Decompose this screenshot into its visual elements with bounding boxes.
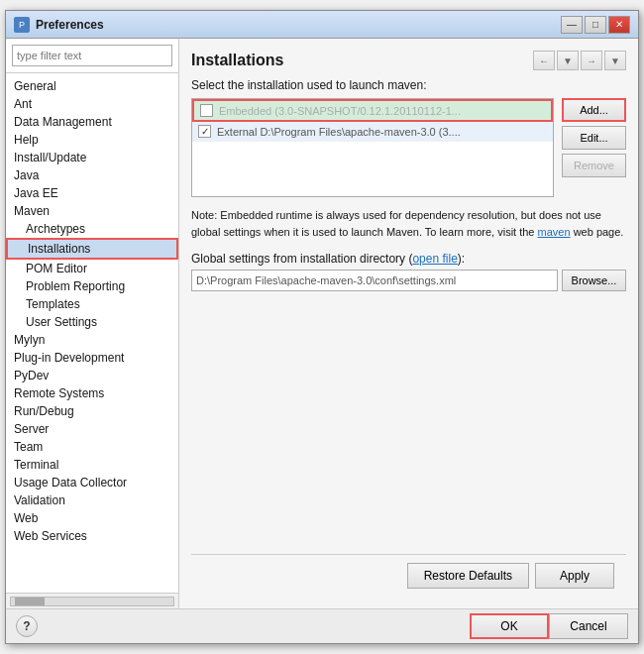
main-title: Installations bbox=[191, 52, 283, 69]
global-label: Global settings from installation direct… bbox=[191, 252, 626, 266]
installations-panel: Embedded (3.0-SNAPSHOT/0.12.1.20110112-1… bbox=[191, 98, 626, 197]
sidebar-item-user-settings[interactable]: User Settings bbox=[6, 313, 178, 331]
window-icon: P bbox=[14, 17, 30, 33]
main-panel: Installations ← ▼ → ▼ Select the install… bbox=[179, 39, 638, 608]
remove-button[interactable]: Remove bbox=[562, 154, 626, 177]
window-controls: — □ ✕ bbox=[561, 16, 630, 34]
sidebar-item-archetypes[interactable]: Archetypes bbox=[6, 220, 178, 238]
maximize-button[interactable]: □ bbox=[585, 16, 606, 34]
sidebar-item-install-update[interactable]: Install/Update bbox=[6, 149, 178, 166]
back-dropdown[interactable]: ▼ bbox=[557, 51, 579, 70]
select-label: Select the installation used to launch m… bbox=[191, 78, 626, 92]
bottom-action-bar: Restore Defaults Apply bbox=[191, 554, 626, 597]
install-row-embedded[interactable]: Embedded (3.0-SNAPSHOT/0.12.1.20110112-1… bbox=[192, 99, 553, 122]
sidebar-item-server[interactable]: Server bbox=[6, 420, 178, 438]
sidebar-item-data-mgmt[interactable]: Data Management bbox=[6, 113, 178, 131]
note-box: Note: Embedded runtime is always used fo… bbox=[191, 207, 626, 240]
sidebar-item-templates[interactable]: Templates bbox=[6, 295, 178, 313]
sidebar-item-pydev[interactable]: PyDev bbox=[6, 367, 178, 384]
install-checkbox-external[interactable]: ✓ bbox=[198, 125, 211, 138]
install-label-external: External D:\Program Files\apache-maven-3… bbox=[217, 126, 461, 138]
sidebar-item-run-debug[interactable]: Run/Debug bbox=[6, 402, 178, 420]
edit-button[interactable]: Edit... bbox=[562, 126, 626, 150]
back-button[interactable]: ← bbox=[533, 51, 555, 70]
sidebar-item-java[interactable]: Java bbox=[6, 166, 178, 184]
sidebar-item-java-ee[interactable]: Java EE bbox=[6, 184, 178, 202]
sidebar-item-web-services[interactable]: Web Services bbox=[6, 527, 178, 545]
sidebar-item-mylyn[interactable]: Mylyn bbox=[6, 331, 178, 349]
global-settings-row: Browse... bbox=[191, 270, 626, 291]
main-header: Installations ← ▼ → ▼ bbox=[191, 51, 626, 70]
window-title: Preferences bbox=[36, 18, 561, 32]
scrollbar-thumb bbox=[15, 598, 45, 605]
sidebar-item-terminal[interactable]: Terminal bbox=[6, 456, 178, 474]
install-list: Embedded (3.0-SNAPSHOT/0.12.1.20110112-1… bbox=[191, 98, 554, 197]
restore-defaults-button[interactable]: Restore Defaults bbox=[407, 563, 529, 589]
ok-button[interactable]: OK bbox=[470, 613, 549, 639]
browse-button[interactable]: Browse... bbox=[562, 270, 626, 291]
help-button[interactable]: ? bbox=[16, 615, 38, 637]
filter-input[interactable] bbox=[12, 45, 172, 66]
sidebar-item-maven[interactable]: Maven bbox=[6, 202, 178, 220]
sidebar-item-usage-data[interactable]: Usage Data Collector bbox=[6, 474, 178, 491]
apply-button[interactable]: Apply bbox=[535, 563, 614, 589]
nav-buttons: ← ▼ → ▼ bbox=[533, 51, 626, 70]
open-file-link[interactable]: open file bbox=[412, 252, 457, 266]
install-checkbox-embedded[interactable] bbox=[200, 104, 213, 117]
note-suffix: web page. bbox=[574, 226, 624, 238]
footer-bar: ? OK Cancel bbox=[6, 608, 638, 643]
preferences-window: P Preferences — □ ✕ GeneralAntData Manag… bbox=[5, 10, 639, 644]
cancel-button[interactable]: Cancel bbox=[549, 613, 628, 639]
sidebar-item-web[interactable]: Web bbox=[6, 509, 178, 527]
sidebar-item-validation[interactable]: Validation bbox=[6, 491, 178, 509]
sidebar-item-ant[interactable]: Ant bbox=[6, 95, 178, 113]
sidebar-item-help[interactable]: Help bbox=[6, 131, 178, 149]
install-row-external[interactable]: ✓External D:\Program Files\apache-maven-… bbox=[192, 122, 553, 142]
sidebar-tree: GeneralAntData ManagementHelpInstall/Upd… bbox=[6, 73, 178, 593]
sidebar-scrollbar bbox=[6, 593, 178, 608]
content-area: GeneralAntData ManagementHelpInstall/Upd… bbox=[6, 39, 638, 608]
sidebar-item-remote-systems[interactable]: Remote Systems bbox=[6, 384, 178, 402]
install-action-buttons: Add... Edit... Remove bbox=[562, 98, 626, 197]
sidebar-item-installations[interactable]: Installations bbox=[6, 238, 178, 260]
global-settings-input[interactable] bbox=[191, 270, 558, 291]
close-button[interactable]: ✕ bbox=[608, 16, 630, 34]
sidebar-item-pom-editor[interactable]: POM Editor bbox=[6, 260, 178, 277]
install-label-embedded: Embedded (3.0-SNAPSHOT/0.12.1.20110112-1… bbox=[219, 105, 461, 117]
horizontal-scrollbar[interactable] bbox=[10, 597, 174, 606]
forward-button[interactable]: → bbox=[581, 51, 602, 70]
add-button[interactable]: Add... bbox=[562, 98, 626, 122]
sidebar: GeneralAntData ManagementHelpInstall/Upd… bbox=[6, 39, 179, 608]
sidebar-item-plugin-dev[interactable]: Plug-in Development bbox=[6, 349, 178, 367]
maven-link[interactable]: maven bbox=[538, 226, 571, 238]
titlebar: P Preferences — □ ✕ bbox=[6, 11, 638, 39]
forward-dropdown[interactable]: ▼ bbox=[604, 51, 626, 70]
minimize-button[interactable]: — bbox=[561, 16, 583, 34]
sidebar-item-problem-reporting[interactable]: Problem Reporting bbox=[6, 277, 178, 295]
sidebar-item-team[interactable]: Team bbox=[6, 438, 178, 456]
sidebar-item-general[interactable]: General bbox=[6, 77, 178, 95]
filter-box bbox=[6, 39, 178, 73]
